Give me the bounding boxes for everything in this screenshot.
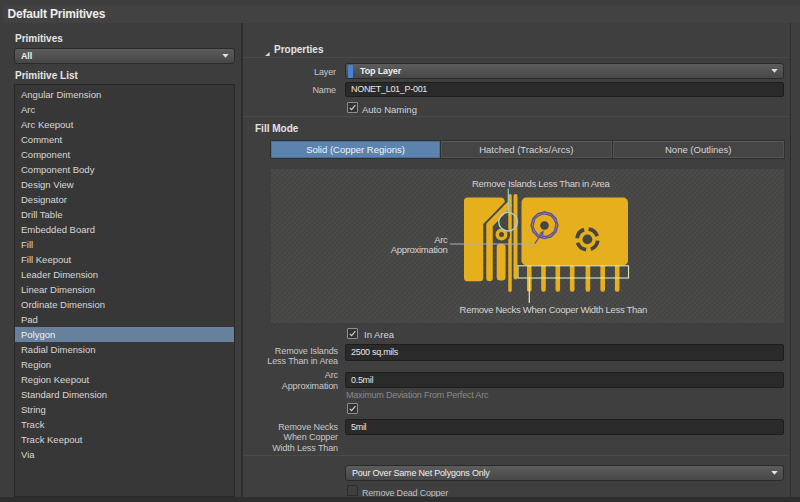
svg-text:Remove Necks When Cooper Width: Remove Necks When Cooper Width Less Than [460, 304, 647, 315]
svg-text:Remove Islands Less Than in Ar: Remove Islands Less Than in Area [472, 178, 611, 189]
svg-text:Approximation: Approximation [391, 244, 448, 255]
